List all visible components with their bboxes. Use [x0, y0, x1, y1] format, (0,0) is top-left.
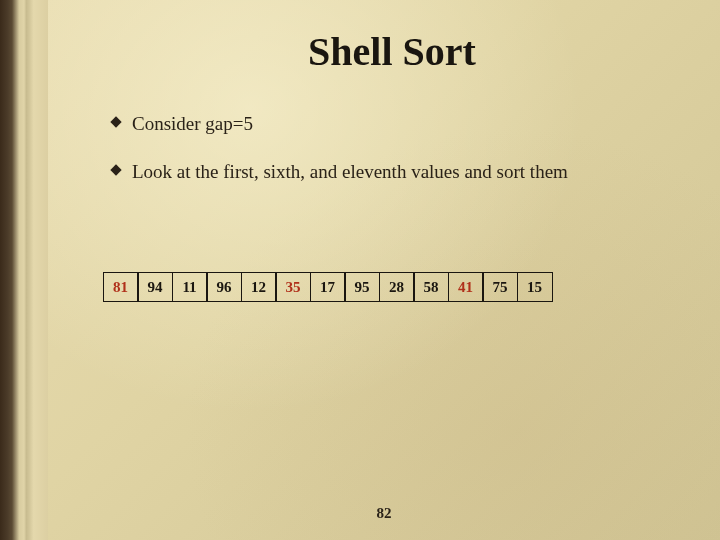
book-spine	[0, 0, 48, 540]
array-cell: 17	[310, 272, 346, 302]
array-cell: 75	[482, 272, 518, 302]
array-cell: 95	[344, 272, 380, 302]
array-cell: 41	[448, 272, 484, 302]
array-cell: 28	[379, 272, 415, 302]
array-cell: 12	[241, 272, 277, 302]
array-cell: 15	[517, 272, 553, 302]
array-row: 81 94 11 96 12 35 17 95 28 58 41 75 15	[104, 272, 672, 302]
page-number: 82	[48, 505, 720, 522]
array-cell: 96	[206, 272, 242, 302]
bullet-item: Look at the first, sixth, and eleventh v…	[112, 159, 672, 185]
array-cell: 94	[137, 272, 173, 302]
array-cell: 81	[103, 272, 139, 302]
bullet-list: Consider gap=5 Look at the first, sixth,…	[112, 111, 672, 184]
array-cell: 58	[413, 272, 449, 302]
slide-title: Shell Sort	[112, 28, 672, 75]
slide-page: Shell Sort Consider gap=5 Look at the fi…	[48, 0, 720, 540]
bullet-item: Consider gap=5	[112, 111, 672, 137]
array-cell: 35	[275, 272, 311, 302]
array-cell: 11	[172, 272, 208, 302]
